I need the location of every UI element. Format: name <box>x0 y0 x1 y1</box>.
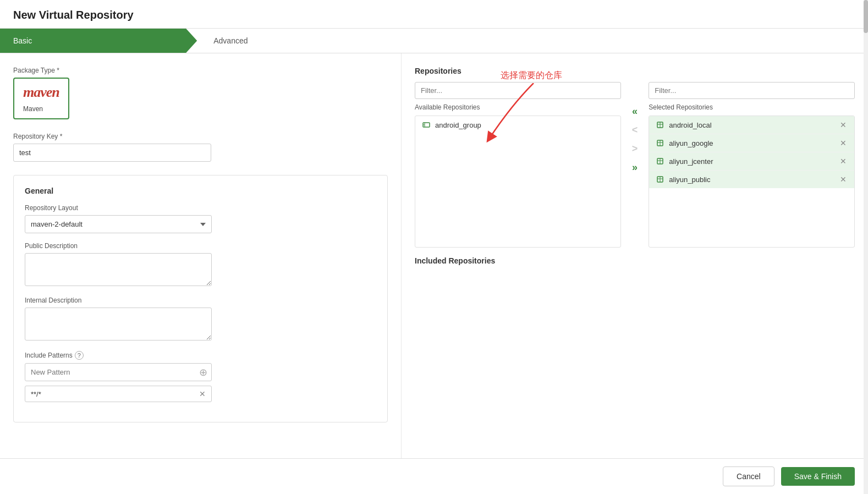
right-panel: 选择需要的仓库 Repositories <box>402 53 868 458</box>
list-item[interactable]: aliyun_jcenter ✕ <box>649 152 854 171</box>
left-panel: Package Type * maven Maven Repository Ke… <box>0 53 402 458</box>
internal-desc-label: Internal Description <box>25 297 376 304</box>
repositories-section: Repositories Available Repositories <box>415 67 855 265</box>
selected-repos-list: android_local ✕ <box>649 116 855 248</box>
included-repos-title: Included Repositories <box>415 256 855 265</box>
tab-basic[interactable]: Basic <box>0 29 197 53</box>
virtual-repo-icon <box>422 120 431 129</box>
general-title: General <box>25 186 376 195</box>
repo-key-input[interactable] <box>13 144 211 162</box>
include-patterns-group: Include Patterns ? ⊕ **/* ✕ <box>25 351 376 402</box>
remove-repo-button[interactable]: ✕ <box>839 175 848 184</box>
maven-logo-text: maven <box>23 84 59 100</box>
local-repo-icon <box>656 120 664 129</box>
remove-repo-button[interactable]: ✕ <box>839 139 848 147</box>
package-type-label: Package Type * <box>13 67 388 74</box>
move-all-right-button[interactable]: » <box>628 160 642 174</box>
remote-repo-icon <box>656 139 664 147</box>
move-right-button[interactable]: > <box>628 141 642 156</box>
selected-repo-name: android_local <box>669 121 834 129</box>
move-left-button[interactable]: < <box>628 123 642 137</box>
package-type-maven[interactable]: maven Maven <box>13 78 69 119</box>
help-icon[interactable]: ? <box>75 351 84 360</box>
repos-section-title: Repositories <box>415 67 855 75</box>
repo-layout-select[interactable]: maven-2-default simple-default ivy-defau… <box>25 215 212 233</box>
list-item[interactable]: aliyun_google ✕ <box>649 134 854 152</box>
available-repo-name: android_group <box>435 121 614 129</box>
general-section: General Repository Layout maven-2-defaul… <box>13 175 388 422</box>
main-content: Package Type * maven Maven Repository Ke… <box>0 53 868 458</box>
remote-repo-icon <box>656 175 664 184</box>
footer-bar: Cancel Save & Finish <box>0 458 868 494</box>
include-patterns-label: Include Patterns ? <box>25 351 376 360</box>
available-repos-list: android_group <box>415 116 621 248</box>
selected-repo-name: aliyun_jcenter <box>669 157 834 166</box>
repo-key-section: Repository Key * <box>13 133 388 162</box>
scrollbar-thumb <box>864 0 868 33</box>
tab-advanced[interactable]: Advanced <box>191 29 270 53</box>
pattern-input-wrapper: ⊕ <box>25 363 212 381</box>
selected-filter-input[interactable] <box>649 82 855 99</box>
list-item[interactable]: aliyun_public ✕ <box>649 171 854 188</box>
selected-repo-name: aliyun_google <box>669 139 834 147</box>
pattern-tag: **/* ✕ <box>25 386 212 402</box>
remove-pattern-button[interactable]: ✕ <box>199 389 206 398</box>
available-filter-input[interactable] <box>415 82 621 99</box>
page-scrollbar[interactable] <box>864 0 868 494</box>
list-item[interactable]: android_local ✕ <box>649 116 854 134</box>
available-repos-title: Available Repositories <box>415 103 621 111</box>
selected-repos-title: Selected Repositories <box>649 103 855 111</box>
selected-repo-name: aliyun_public <box>669 175 834 184</box>
transfer-buttons: « < > » <box>621 82 649 174</box>
remote-repo-icon <box>656 157 664 166</box>
save-button[interactable]: Save & Finish <box>781 467 855 486</box>
internal-desc-textarea[interactable] <box>25 308 212 341</box>
maven-label: Maven <box>23 105 43 113</box>
tabs-bar: Basic Advanced <box>0 29 868 53</box>
package-type-section: Package Type * maven Maven <box>13 67 388 119</box>
cancel-button[interactable]: Cancel <box>723 466 774 486</box>
repo-layout-label: Repository Layout <box>25 204 376 212</box>
list-item[interactable]: android_group <box>415 116 620 134</box>
new-pattern-input[interactable] <box>25 363 212 381</box>
repo-key-label: Repository Key * <box>13 133 388 140</box>
public-desc-textarea[interactable] <box>25 253 212 286</box>
remove-repo-button[interactable]: ✕ <box>839 157 848 166</box>
available-repos-column: Available Repositories <box>415 82 621 248</box>
maven-logo: maven <box>23 84 59 101</box>
public-desc-label: Public Description <box>25 242 376 250</box>
internal-desc-group: Internal Description <box>25 297 376 342</box>
move-all-left-button[interactable]: « <box>628 104 642 118</box>
page-title: New Virtual Repository <box>0 0 868 29</box>
pattern-value: **/* <box>31 390 41 398</box>
public-desc-group: Public Description <box>25 242 376 288</box>
repos-layout: Available Repositories <box>415 82 855 248</box>
remove-repo-button[interactable]: ✕ <box>839 120 848 129</box>
repo-layout-group: Repository Layout maven-2-default simple… <box>25 204 376 233</box>
add-pattern-button[interactable]: ⊕ <box>199 367 207 377</box>
selected-repos-column: Selected Repositories <box>649 82 855 248</box>
